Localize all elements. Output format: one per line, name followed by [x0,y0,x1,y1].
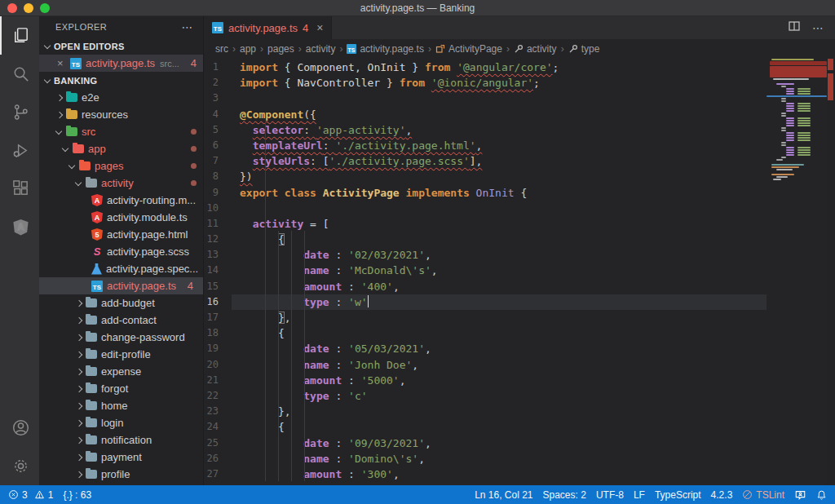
minimap[interactable] [767,59,827,485]
section-banking[interactable]: BANKING [39,72,203,89]
code-line-8[interactable]: 8}) [204,169,767,184]
status-eol[interactable]: LF [634,489,645,501]
folder-src-icon [66,127,77,136]
tree-item-activity.page.html[interactable]: 5activity.page.html [39,226,203,243]
breadcrumb-item-pages[interactable]: pages [267,43,294,55]
breadcrumb-item-ActivityPage[interactable]: ActivityPage [435,43,502,55]
tree-item-src[interactable]: src [39,123,203,140]
explorer-icon[interactable] [0,16,39,55]
tree-item-add-budget[interactable]: add-budget [39,294,203,312]
code-editor[interactable]: 1import { Component, OnInit } from '@ang… [204,59,767,485]
code-line-1[interactable]: 1import { Component, OnInit } from '@ang… [204,60,767,75]
status-line-col[interactable]: Ln 16, Col 21 [475,489,532,501]
code-line-20[interactable]: 20 name : 'Jonh Doe', [204,357,767,373]
breadcrumb-item-src[interactable]: src [215,43,228,55]
code-line-13[interactable]: 13 date : '02/03/2021', [204,247,767,263]
tree-item-activity.page.scss[interactable]: Sactivity.page.scss [39,243,203,260]
status-ts-version[interactable]: 4.2.3 [711,489,733,501]
split-editor-icon[interactable] [788,20,801,36]
breadcrumb-item-activity[interactable]: activity [306,43,336,55]
folder-icon [86,298,97,307]
status-language[interactable]: TypeScript [655,489,701,501]
line-number: 18 [204,325,232,341]
open-editor-label: activity.page.ts [86,57,155,69]
code-line-5[interactable]: 5 selector: 'app-activity', [204,122,767,138]
extensions-icon[interactable] [0,170,39,208]
breadcrumb-item-app[interactable]: app [240,43,256,55]
breadcrumb-item-type[interactable]: type [568,43,600,55]
code-line-19[interactable]: 19 date : '05/03/2021', [204,341,767,356]
explorer-more-actions-icon[interactable]: ⋯ [182,20,193,33]
code-line-16[interactable]: 16 type : 'w' [204,294,767,310]
code-line-9[interactable]: 9export class ActivityPage implements On… [204,185,767,201]
tree-item-expense[interactable]: expense [39,363,203,380]
code-line-3[interactable]: 3 [204,91,767,106]
project-header: BANKING [54,76,97,86]
breadcrumb-item-activity.page.ts[interactable]: TSactivity.page.ts [347,43,423,55]
code-line-11[interactable]: 11 activity = [ [204,216,767,232]
code-line-17[interactable]: 17 }, [204,310,767,325]
tree-item-edit-profile[interactable]: edit-profile [39,346,203,363]
tree-item-change-password[interactable]: change-password [39,329,203,346]
status-encoding[interactable]: UTF-8 [596,489,624,501]
code-line-6[interactable]: 6 templateUrl: './activity.page.html', [204,138,767,153]
text-cursor [368,295,369,307]
open-editor-item[interactable]: × TS activity.page.ts src... 4 [39,55,203,72]
code-line-10[interactable]: 10 [204,201,767,216]
accounts-icon[interactable] [0,409,39,447]
status-tslint[interactable]: TSLint [742,489,784,501]
tree-item-activity.page.spec...[interactable]: activity.page.spec... [39,260,203,277]
code-line-14[interactable]: 14 name : 'McDonald\'s', [204,263,767,278]
code-line-26[interactable]: 26 name : 'Domino\'s', [204,451,767,466]
close-icon[interactable]: × [316,21,323,34]
tree-item-forgot[interactable]: forgot [39,380,203,397]
tree-item-pages[interactable]: pages [39,157,203,175]
search-icon[interactable] [0,55,39,93]
settings-gear-icon[interactable] [0,447,39,485]
source-control-icon[interactable] [0,93,39,131]
tree-item-activity.module.ts[interactable]: Aactivity.module.ts [39,209,203,226]
section-open-editors[interactable]: OPEN EDITORS [39,38,203,55]
breadcrumb-item-activity[interactable]: activity [514,43,557,55]
tree-item-resources[interactable]: resources [39,106,203,123]
tree-item-label: payment [101,451,142,463]
tree-item-activity-routing.m...[interactable]: Aactivity-routing.m... [39,192,203,209]
line-number: 17 [204,310,232,325]
tree-item-home[interactable]: home [39,397,203,414]
tree-item-notification[interactable]: notification [39,431,203,449]
close-icon[interactable]: × [57,57,70,69]
tree-item-profile[interactable]: profile [39,466,203,483]
code-line-21[interactable]: 21 amount : '5000', [204,373,767,388]
code-line-22[interactable]: 22 type : 'c' [204,388,767,404]
code-line-12[interactable]: 12 { [204,232,767,247]
angular-console-icon[interactable]: A [0,208,39,246]
tree-item-e2e[interactable]: e2e [39,89,203,106]
code-line-4[interactable]: 4@Component({ [204,107,767,122]
code-line-content: name : 'Jonh Doe', [232,357,767,373]
code-line-2[interactable]: 2import { NavController } from '@ionic/a… [204,75,767,91]
code-line-15[interactable]: 15 amount : '400', [204,279,767,294]
status-indentation[interactable]: Spaces: 2 [543,489,586,501]
code-line-25[interactable]: 25 date : '09/03/2021', [204,435,767,451]
indent-guide [278,231,279,481]
notifications-bell-icon[interactable] [816,489,827,501]
code-line-18[interactable]: 18 { [204,325,767,341]
problems-indicator[interactable]: 3 1 [8,489,53,501]
tree-item-label: notification [101,434,152,446]
feedback-icon[interactable] [794,489,806,501]
tree-item-activity[interactable]: activity [39,175,203,192]
tree-item-payment[interactable]: payment [39,449,203,466]
editor-more-actions-icon[interactable]: ⋯ [812,21,824,34]
run-debug-icon[interactable] [0,131,39,170]
status-misc[interactable]: {.} : 63 [63,489,91,501]
code-line-7[interactable]: 7 styleUrls: ['./activity.page.scss'], [204,153,767,169]
tree-item-add-contact[interactable]: add-contact [39,312,203,329]
code-line-23[interactable]: 23 }, [204,404,767,419]
tree-item-activity.page.ts[interactable]: TSactivity.page.ts4 [39,277,203,294]
code-line-24[interactable]: 24 { [204,419,767,435]
code-line-27[interactable]: 27 amount : '300', [204,466,767,482]
tree-item-login[interactable]: login [39,414,203,431]
tab-activity-page-ts[interactable]: TS activity.page.ts 4 × [204,16,332,39]
line-number: 1 [204,60,232,75]
tree-item-app[interactable]: app [39,140,203,157]
